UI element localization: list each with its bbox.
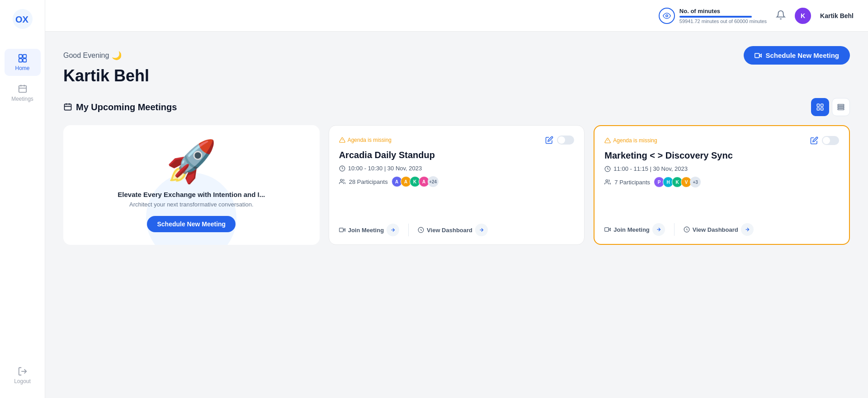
user-name: Kartik Behl [820,12,854,19]
list-icon [837,103,845,111]
card-footer-arcadia: Join Meeting View Dashboard [339,224,575,236]
home-icon [18,53,28,63]
minutes-eye-icon [659,8,675,24]
toggle-arcadia[interactable] [557,136,574,145]
promo-card: 🚀 Elevate Every Exchange with Intention … [63,125,320,245]
join-arrow-arcadia [387,224,399,236]
svg-rect-12 [817,104,819,106]
meeting-card-arcadia: Agenda is missing Arcadia Daily Standup [329,125,585,245]
meeting-time-text-marketing: 11:00 - 11:15 | 30 Nov, 2023 [613,165,688,172]
rocket-emoji: 🚀 [166,138,217,185]
video-icon [755,52,762,59]
svg-rect-16 [838,104,844,106]
svg-point-31 [606,180,608,182]
join-arrow-marketing [652,223,665,236]
svg-rect-11 [65,104,71,110]
dashboard-arrow-arcadia [475,224,488,236]
warning-icon [339,137,345,143]
join-meeting-link-arcadia[interactable]: Join Meeting [339,224,399,236]
participants-count-arcadia: 28 Participants [349,178,388,185]
agenda-missing-arcadia: Agenda is missing [339,137,392,143]
view-toggle [811,98,850,116]
video-icon-marketing [604,226,611,233]
svg-point-22 [340,179,343,182]
divider-arcadia [408,224,409,236]
schedule-btn-label: Schedule New Meeting [765,52,839,59]
svg-rect-10 [755,53,760,57]
av-count-marketing: +3 [690,177,701,187]
logo[interactable]: OX [13,9,33,31]
dashboard-icon-arcadia [418,227,424,233]
meeting-card-marketing: Agenda is missing Marketing < > Discover… [594,125,850,245]
svg-rect-14 [817,108,819,110]
greeting-row: Good Evening 🌙 Schedule New Meeting [63,46,850,65]
section-header: My Upcoming Meetings [63,98,850,116]
promo-subtitle: Architect your next transformative conve… [129,201,254,208]
sidebar-item-meetings[interactable]: Meetings [5,80,41,107]
agenda-missing-marketing: Agenda is missing [604,137,657,144]
participants-count-marketing: 7 Participants [614,179,650,186]
meeting-time-arcadia: 10:00 - 10:30 | 30 Nov, 2023 [339,165,575,172]
svg-rect-15 [821,108,823,110]
sidebar-item-logout[interactable]: Logout [5,362,41,389]
svg-rect-5 [23,59,26,62]
svg-rect-18 [838,108,844,110]
sidebar-item-home[interactable]: Home [5,49,41,76]
minutes-sub: 59941.72 minutes out of 60000 minutes [679,19,767,24]
toggle-marketing[interactable] [822,136,839,145]
dashboard-label-marketing: View Dashboard [693,226,738,233]
minutes-bar-fill [679,16,752,18]
meeting-participants-arcadia: 28 Participants A A K A +24 [339,176,575,187]
sidebar-item-meetings-label: Meetings [11,96,33,102]
av-count-arcadia: +24 [428,176,439,187]
card-top-marketing: Agenda is missing [604,136,839,145]
list-view-button[interactable] [832,98,850,116]
card-top-arcadia: Agenda is missing [339,136,575,145]
grid-icon [816,103,824,111]
sidebar: OX Home Meetings Logout [0,0,45,398]
edit-icon-marketing[interactable] [810,136,818,145]
join-meeting-link-marketing[interactable]: Join Meeting [604,223,665,236]
grid-view-button[interactable] [811,98,829,116]
video-icon-arcadia [339,227,345,233]
clock-icon-marketing [604,166,611,172]
svg-rect-33 [605,228,609,231]
meeting-title-marketing: Marketing < > Discovery Sync [604,150,839,161]
warning-icon-marketing [604,137,611,144]
meetings-icon [18,84,28,94]
avatars-marketing: P H K V +3 [654,177,701,187]
avatar: K [795,8,811,24]
agenda-missing-text-arcadia: Agenda is missing [348,137,392,143]
calendar-icon [63,103,72,112]
svg-rect-6 [19,86,26,93]
schedule-new-meeting-button-promo[interactable]: Schedule New Meeting [147,216,236,232]
meeting-time-marketing: 11:00 - 11:15 | 30 Nov, 2023 [604,165,839,172]
section-title-text: My Upcoming Meetings [76,102,177,112]
card-footer-marketing: Join Meeting View Dashboard [604,223,839,236]
dashboard-label-arcadia: View Dashboard [427,227,472,234]
section-title: My Upcoming Meetings [63,102,177,112]
meetings-cards-row: 🚀 Elevate Every Exchange with Intention … [63,125,850,245]
sidebar-nav: Home Meetings [5,49,41,362]
clock-icon-arcadia [339,165,345,172]
meeting-participants-marketing: 7 Participants P H K V +3 [604,177,839,187]
svg-rect-13 [821,104,823,106]
schedule-new-meeting-button-top[interactable]: Schedule New Meeting [744,46,850,65]
svg-text:OX: OX [15,14,29,24]
page-title: Kartik Behl [63,66,850,85]
agenda-missing-text-marketing: Agenda is missing [613,137,657,144]
logout-icon [18,366,28,376]
greeting-text: Good Evening [63,52,109,60]
notification-bell[interactable] [776,10,786,22]
meeting-time-text-arcadia: 10:00 - 10:30 | 30 Nov, 2023 [348,165,422,172]
svg-rect-17 [838,107,844,108]
edit-icon-arcadia[interactable] [545,136,553,144]
view-dashboard-link-arcadia[interactable]: View Dashboard [418,224,488,236]
sidebar-item-home-label: Home [15,65,29,71]
svg-rect-2 [19,55,22,58]
meeting-title-arcadia: Arcadia Daily Standup [339,150,575,160]
view-dashboard-link-marketing[interactable]: View Dashboard [684,223,754,236]
app-header: No. of minutes 59941.72 minutes out of 6… [45,0,868,32]
join-label-marketing: Join Meeting [613,226,649,233]
logout-label: Logout [14,378,31,384]
